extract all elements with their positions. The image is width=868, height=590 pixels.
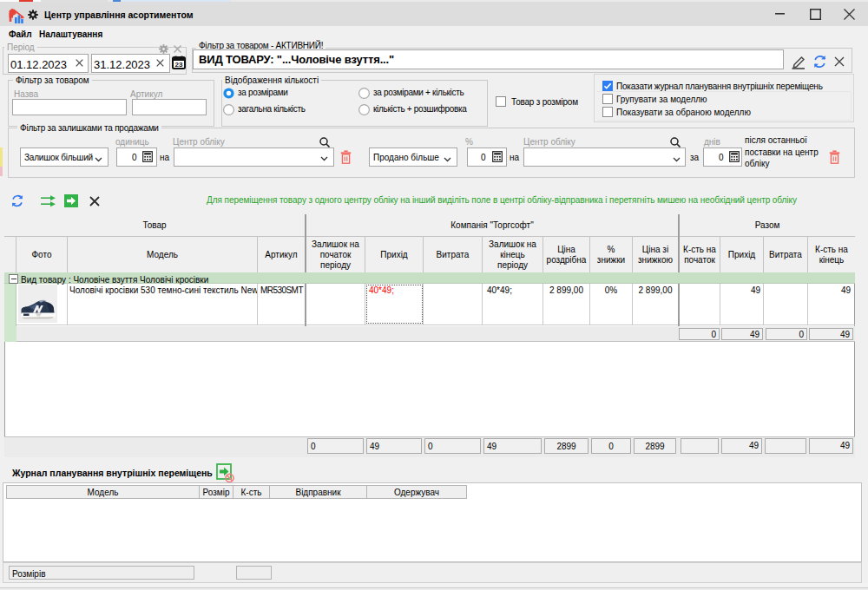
svg-text:23: 23: [175, 61, 183, 69]
